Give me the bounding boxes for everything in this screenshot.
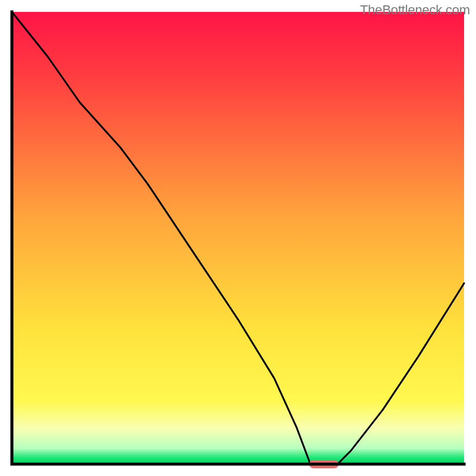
gradient-background (12, 12, 464, 464)
bottleneck-chart (0, 0, 476, 476)
watermark-text: TheBottleneck.com (360, 2, 470, 18)
chart-container: { "watermark": "TheBottleneck.com", "col… (0, 0, 476, 476)
